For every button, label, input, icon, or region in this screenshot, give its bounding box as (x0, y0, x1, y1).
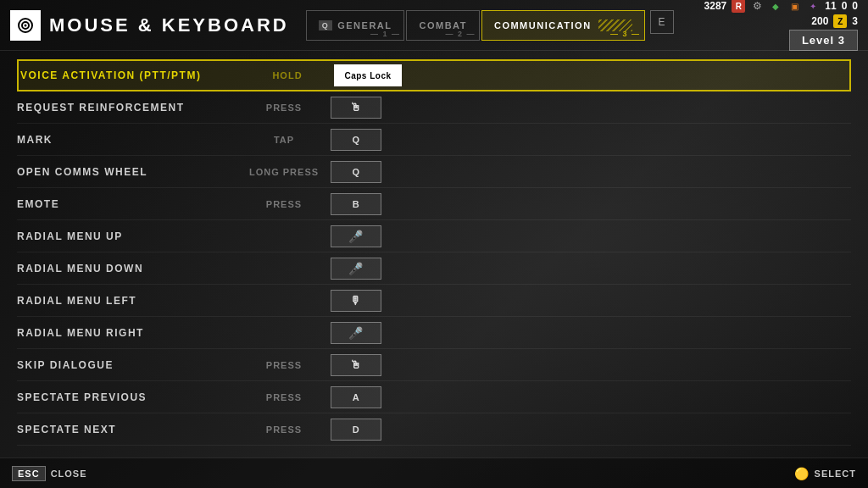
header: MOUSE & KEYBOARD Q GENERAL — 1 — COMBAT … (0, 0, 868, 51)
keybind-skip-dialogue[interactable]: SKIP DIALOGUE PRESS 🖱 (17, 349, 851, 381)
footer-select-label: SELECT (815, 469, 856, 479)
header-icon (10, 10, 41, 41)
footer-close[interactable]: Esc CLOSE (12, 466, 87, 481)
keybind-voice-activation-name: VOICE ACTIVATION (PTT/PTM) (20, 69, 241, 81)
keybind-mark-key[interactable]: Q (331, 129, 381, 151)
keybind-open-comms-wheel-key[interactable]: Q (331, 161, 381, 183)
tab-general-num: — 1 — (370, 30, 401, 38)
keybind-emote-name: EMOTE (17, 198, 237, 210)
keybind-mark-name: MARK (17, 134, 237, 146)
keybind-radial-menu-right[interactable]: RADIAL MENU RIGHT 🎤 (17, 317, 851, 349)
stat-credits: 3287 (704, 0, 727, 12)
keybind-spectate-previous-name: SPECTATE PREVIOUS (17, 391, 237, 403)
keybind-emote-mode: PRESS (237, 199, 331, 209)
footer-select: 🟡 SELECT (794, 467, 856, 480)
tab-combat[interactable]: COMBAT — 2 — (406, 10, 479, 41)
keybind-skip-dialogue-mode: PRESS (237, 360, 331, 370)
keybind-radial-menu-right-key[interactable]: 🎤 (331, 322, 381, 344)
keybind-radial-menu-left-key[interactable]: 🎙 (331, 290, 381, 312)
keybind-emote[interactable]: EMOTE PRESS B (17, 188, 851, 220)
footer-close-label: CLOSE (51, 469, 87, 479)
tab-communication[interactable]: COMMUNICATION — 3 — (481, 10, 645, 41)
keybind-request-reinforcement-key[interactable]: 🖱 (331, 97, 381, 119)
footer-close-key: Esc (12, 466, 46, 481)
tab-communication-num: — 3 — (610, 30, 641, 38)
stat-z-icon: Z (833, 14, 847, 28)
stats-row-2: 200 Z 3 (811, 14, 858, 28)
keybind-radial-menu-left-name: RADIAL MENU LEFT (17, 295, 237, 307)
footer-select-icon: 🟡 (794, 467, 810, 480)
keybind-radial-menu-up-key[interactable]: 🎤 (331, 225, 381, 247)
stat-r-icon: R (732, 0, 745, 13)
keybind-spectate-previous-key[interactable]: A (331, 386, 381, 408)
keybind-list: VOICE ACTIVATION (PTT/PTM) HOLD Caps Loc… (0, 51, 868, 454)
footer: Esc CLOSE 🟡 SELECT (0, 458, 868, 488)
keybind-open-comms-wheel-name: OPEN COMMS WHEEL (17, 166, 237, 178)
keybind-radial-menu-right-name: RADIAL MENU RIGHT (17, 327, 237, 339)
stat-orange-icon: ▣ (787, 0, 801, 13)
svg-point-2 (25, 24, 27, 26)
tab-combat-num: — 2 — (445, 30, 476, 38)
keybind-request-reinforcement[interactable]: REQUEST REINFORCEMENT PRESS 🖱 (17, 92, 851, 124)
keybind-open-comms-wheel-mode: LONG PRESS (237, 167, 331, 177)
keybind-voice-activation-mode: HOLD (241, 70, 334, 80)
tab-general-key: Q (319, 20, 333, 30)
page-title: MOUSE & KEYBOARD (49, 14, 289, 36)
stat-v2: 3 (852, 15, 858, 27)
keybind-spectate-next-key[interactable]: D (331, 419, 381, 441)
keybind-voice-activation-key[interactable]: Caps Lock (334, 64, 402, 86)
keybind-request-reinforcement-mode: PRESS (237, 103, 331, 113)
stats-row-1: 3287 R ⚙ ◆ ▣ ✦ 11 0 0 (704, 0, 858, 13)
keybind-spectate-previous[interactable]: SPECTATE PREVIOUS PRESS A (17, 381, 851, 413)
tab-communication-label: COMMUNICATION (494, 20, 592, 30)
level-badge: Level 3 (789, 30, 858, 51)
keybind-open-comms-wheel[interactable]: OPEN COMMS WHEEL LONG PRESS Q (17, 156, 851, 188)
keybind-spectate-previous-mode: PRESS (237, 392, 331, 402)
tab-general[interactable]: Q GENERAL — 1 — (306, 10, 405, 41)
keybind-skip-dialogue-key[interactable]: 🖱 (331, 354, 381, 376)
stat-gear-icon: ⚙ (750, 0, 764, 13)
keybind-radial-menu-down-name: RADIAL MENU DOWN (17, 263, 237, 274)
stat-v4: 0 (842, 0, 848, 12)
keybind-emote-key[interactable]: B (331, 193, 381, 215)
stat-secondary: 200 (811, 15, 828, 27)
stats-panel: 3287 R ⚙ ◆ ▣ ✦ 11 0 0 200 Z 3 Level 3 (704, 0, 858, 51)
keybind-radial-menu-down[interactable]: RADIAL MENU DOWN 🎤 (17, 252, 851, 285)
keybind-voice-activation[interactable]: VOICE ACTIVATION (PTT/PTM) HOLD Caps Loc… (17, 59, 851, 92)
keybind-radial-menu-up[interactable]: RADIAL MENU UP 🎤 (17, 220, 851, 252)
stat-v5: 0 (852, 0, 858, 12)
keybind-spectate-next[interactable]: SPECTATE NEXT PRESS D (17, 413, 851, 446)
keybind-skip-dialogue-name: SKIP DIALOGUE (17, 359, 237, 371)
keybind-mark-mode: TAP (237, 135, 331, 145)
keybind-spectate-next-mode: PRESS (237, 424, 331, 435)
keybind-request-reinforcement-name: REQUEST REINFORCEMENT (17, 102, 237, 114)
keybind-mark[interactable]: MARK TAP Q (17, 124, 851, 156)
keybind-radial-menu-left[interactable]: RADIAL MENU LEFT 🎙 (17, 285, 851, 317)
tab-e-label: E (659, 16, 665, 28)
keybind-radial-menu-up-name: RADIAL MENU UP (17, 230, 237, 242)
tab-bar: Q GENERAL — 1 — COMBAT — 2 — COMMUNICATI… (306, 10, 704, 41)
tab-e[interactable]: E (650, 10, 674, 34)
keybind-spectate-next-name: SPECTATE NEXT (17, 424, 237, 435)
stat-green-icon: ◆ (769, 0, 782, 13)
stat-v3: 11 (825, 0, 836, 12)
stat-purple-icon: ✦ (806, 0, 820, 13)
keybind-radial-menu-down-key[interactable]: 🎤 (331, 258, 381, 280)
